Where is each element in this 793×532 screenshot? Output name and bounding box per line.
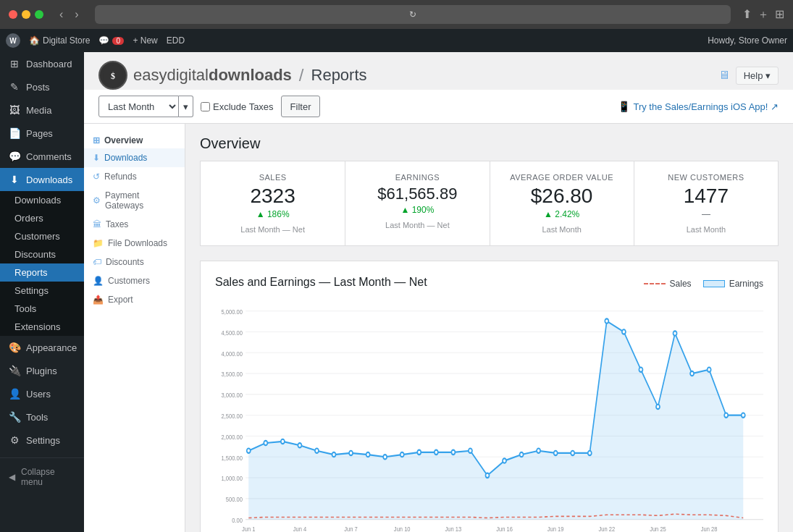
admin-bar-left: W 🏠 Digital Store 💬 0 + New EDD <box>6 33 708 48</box>
sidebar-item-downloads[interactable]: ⬇ Downloads <box>0 168 84 191</box>
wp-logo[interactable]: W <box>6 33 20 48</box>
reports-nav-discounts[interactable]: 🏷 Discounts <box>84 253 185 271</box>
legend-sales-label: Sales <box>670 279 692 289</box>
reports-nav-export[interactable]: 📤 Export <box>84 290 185 309</box>
aov-label: AVERAGE ORDER VALUE <box>502 173 622 182</box>
site-name-label: Digital Store <box>43 35 90 46</box>
admin-bar-comments[interactable]: 💬 0 <box>98 35 124 46</box>
admin-bar-edd[interactable]: EDD <box>167 35 185 46</box>
svg-text:Jun 19: Jun 19 <box>547 525 564 532</box>
stat-card-customers: NEW CUSTOMERS 1477 — Last Month <box>634 161 778 245</box>
svg-point-29 <box>315 449 319 453</box>
sidebar-item-settings-sub[interactable]: Settings <box>0 282 84 300</box>
svg-point-51 <box>690 371 694 376</box>
svg-point-33 <box>383 455 387 459</box>
reports-nav-downloads[interactable]: ⬇ Downloads <box>84 148 185 167</box>
new-tab-icon[interactable]: ＋ <box>758 7 769 22</box>
forward-button[interactable]: › <box>70 7 83 22</box>
page-title: Reports <box>311 66 367 85</box>
sidebar-item-users[interactable]: 👤 Users <box>0 382 84 405</box>
svg-text:Jun 25: Jun 25 <box>650 525 666 532</box>
reports-nav-taxes[interactable]: 🏛 Taxes <box>84 215 185 234</box>
sidebar-item-comments[interactable]: 💬 Comments <box>0 145 84 168</box>
admin-bar-new[interactable]: + New <box>133 35 157 46</box>
overview-icon: ⊞ <box>93 135 100 145</box>
sidebar-item-pages[interactable]: 📄 Pages <box>0 122 84 145</box>
sidebar-item-tools[interactable]: 🔧 Tools <box>0 405 84 428</box>
downloads-icon: ⬇ <box>9 174 20 185</box>
sidebar-item-appearance[interactable]: 🎨 Appearance <box>0 336 84 359</box>
reports-nav-gateways[interactable]: ⚙ Payment Gateways <box>84 186 185 215</box>
monitor-icon: 🖥 <box>718 69 730 82</box>
svg-text:3,500.00: 3,500.00 <box>221 370 243 378</box>
exclude-taxes-checkbox[interactable] <box>201 102 210 111</box>
help-button[interactable]: Help ▾ <box>736 67 779 85</box>
legend-sales: Sales <box>644 279 692 289</box>
sidebar-label-dashboard: Dashboard <box>26 59 72 69</box>
svg-point-42 <box>537 449 540 453</box>
sidebar-item-customers[interactable]: Customers <box>0 227 84 245</box>
site-name[interactable]: 🏠 Digital Store <box>29 35 90 46</box>
filter-button[interactable]: Filter <box>281 96 321 117</box>
close-dot[interactable] <box>9 10 17 19</box>
reports-wrapper: ⊞ Overview ⬇ Downloads ↺ Refunds ⚙ Payme… <box>84 124 793 532</box>
reports-nav-downloads-label: Downloads <box>104 153 147 163</box>
reports-nav-refunds[interactable]: ↺ Refunds <box>84 167 185 186</box>
sidebar-item-dashboard[interactable]: ⊞ Dashboard <box>0 52 84 75</box>
address-bar[interactable]: ↻ <box>95 5 731 24</box>
svg-point-30 <box>332 452 335 457</box>
sidebar-label-discounts: Discounts <box>14 249 56 260</box>
reports-nav-discounts-label: Discounts <box>106 257 144 267</box>
reports-nav-customers[interactable]: 👤 Customers <box>84 271 185 290</box>
sidebar-item-settings[interactable]: ⚙ Settings <box>0 428 84 452</box>
svg-point-45 <box>588 451 592 455</box>
customers-change: — <box>646 209 766 219</box>
sidebar-item-plugins[interactable]: 🔌 Plugins <box>0 359 84 382</box>
file-downloads-icon: 📁 <box>93 238 104 248</box>
dashboard-icon: ⊞ <box>9 58 20 69</box>
sidebar-label-media: Media <box>26 105 51 116</box>
media-icon: 🖼 <box>9 104 20 116</box>
share-icon[interactable]: ⬆ <box>742 7 752 22</box>
chart-title: Sales and Earnings — Last Month — Net <box>215 276 427 289</box>
new-label: + New <box>133 35 157 46</box>
svg-text:1,000.00: 1,000.00 <box>221 474 243 482</box>
reports-main: Overview SALES 2323 ▲ 186% Last Month — … <box>185 124 793 532</box>
overview-title: Overview <box>200 135 779 152</box>
svg-point-41 <box>520 452 524 457</box>
svg-point-36 <box>435 450 438 455</box>
sidebar-item-tools-sub[interactable]: Tools <box>0 300 84 318</box>
sidebar-label-settings-sub: Settings <box>14 285 49 296</box>
period-select[interactable]: Last Month Today Yesterday This Week Las… <box>98 96 179 117</box>
tabs-icon[interactable]: ⊞ <box>775 7 784 22</box>
main-layout: ⊞ Dashboard ✎ Posts 🖼 Media 📄 Pages 💬 Co… <box>0 52 793 532</box>
edd-logo: $ <box>98 61 127 90</box>
reports-nav-gateways-label: Payment Gateways <box>105 190 176 211</box>
svg-text:Jun 28: Jun 28 <box>701 525 718 532</box>
overview-nav-section[interactable]: ⊞ Overview <box>84 130 185 148</box>
sidebar-item-reports[interactable]: Reports <box>0 263 84 282</box>
minimize-dot[interactable] <box>22 10 30 19</box>
sidebar-item-media[interactable]: 🖼 Media <box>0 98 84 122</box>
appearance-icon: 🎨 <box>9 342 20 353</box>
refunds-icon: ↺ <box>93 172 100 182</box>
sidebar-item-downloads-sub[interactable]: Downloads <box>0 191 84 209</box>
svg-point-48 <box>639 368 642 372</box>
browser-dots <box>9 10 43 19</box>
sidebar-item-discounts[interactable]: Discounts <box>0 245 84 263</box>
collapse-menu-button[interactable]: ◀ Collapse menu <box>0 461 84 493</box>
back-button[interactable]: ‹ <box>55 7 67 22</box>
ios-app-link[interactable]: 📱 Try the Sales/Earnings iOS App! ↗ <box>618 101 779 112</box>
sidebar-item-extensions[interactable]: Extensions <box>0 318 84 336</box>
svg-point-26 <box>264 441 267 445</box>
reports-nav-refunds-label: Refunds <box>104 172 137 182</box>
reports-nav-file-downloads[interactable]: 📁 File Downloads <box>84 234 185 253</box>
sidebar-item-posts[interactable]: ✎ Posts <box>0 75 84 98</box>
svg-text:Jun 4: Jun 4 <box>293 525 307 532</box>
legend-earnings: Earnings <box>703 279 763 289</box>
svg-point-44 <box>571 451 574 455</box>
sidebar-item-orders[interactable]: Orders <box>0 209 84 227</box>
exclude-taxes-label[interactable]: Exclude Taxes <box>201 101 274 112</box>
reports-nav-taxes-label: Taxes <box>106 219 128 229</box>
maximize-dot[interactable] <box>35 10 43 19</box>
